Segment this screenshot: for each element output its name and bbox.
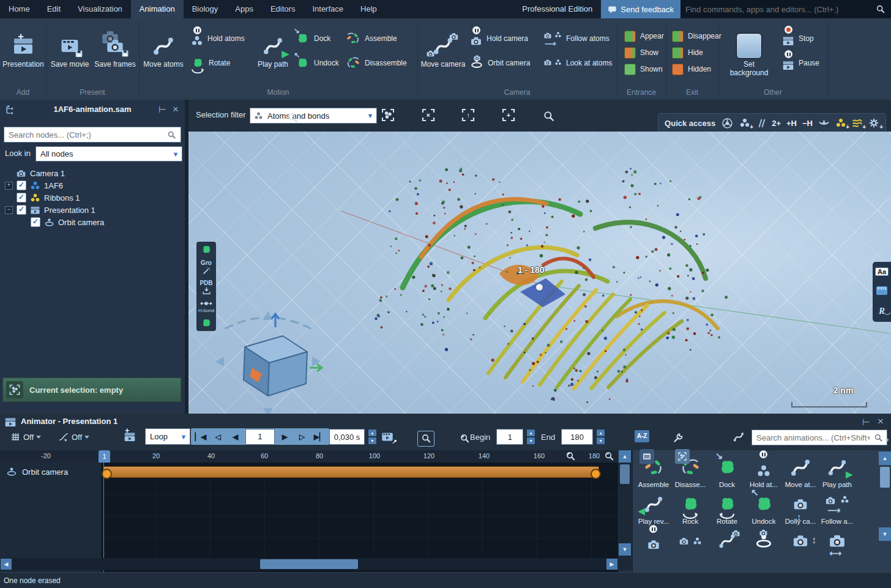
interpolation-control[interactable]: Off <box>58 428 89 445</box>
menu-apps[interactable]: Apps <box>226 0 262 18</box>
checkbox-checked[interactable]: ✓ <box>17 193 26 203</box>
menu-interface[interactable]: Interface <box>304 0 352 18</box>
next-keyframe-button[interactable]: ▷ <box>295 433 310 441</box>
menu-editors[interactable]: Editors <box>262 0 304 18</box>
preset-hold-atoms[interactable]: Hold at... <box>745 454 782 488</box>
sort-az-button[interactable]: A-Z <box>635 430 649 442</box>
stop-button[interactable]: Stop <box>782 29 814 48</box>
reset-rotation-button[interactable]: R <box>879 306 885 316</box>
presets-zoom-out-button[interactable]: − <box>601 448 618 464</box>
scroll-thumb[interactable] <box>620 464 630 484</box>
timeline-ruler[interactable]: -20 20 40 60 80 100 120 140 160 180 <box>0 450 618 463</box>
preset-play-reverse[interactable]: ◀ Play rev... <box>635 491 672 525</box>
scroll-thumb[interactable] <box>260 559 358 569</box>
end-input[interactable] <box>562 432 592 442</box>
animation-search-input[interactable] <box>752 433 874 442</box>
keyframe-end[interactable] <box>591 469 601 479</box>
frame-time-input[interactable] <box>330 432 364 442</box>
node-search[interactable] <box>4 127 181 143</box>
dock-button[interactable]: ↘ Dock <box>295 29 330 48</box>
collapse-icon[interactable]: − <box>5 206 13 214</box>
previous-frame-button[interactable]: ◀ <box>228 433 243 441</box>
end-spinner[interactable]: ▲▼ <box>597 430 605 444</box>
scroll-down-icon[interactable]: ▼ <box>879 527 891 541</box>
preset-pedestal-camera[interactable]: ↕ <box>782 527 819 554</box>
move-camera-button[interactable]: Move camera <box>420 32 466 69</box>
skip-to-end-button[interactable]: ▶▏ <box>312 433 327 441</box>
checkbox-checked[interactable]: ✓ <box>31 217 40 227</box>
move-atoms-button[interactable]: Move atoms <box>140 32 187 69</box>
assemble-button[interactable]: Assemble <box>346 29 397 48</box>
play-button[interactable]: ▶ <box>277 433 292 441</box>
follow-atoms-button[interactable]: ⟶ Follow atoms <box>543 29 610 48</box>
tree-item-camera1[interactable]: Camera 1 <box>16 167 65 179</box>
periodic-table-icon[interactable] <box>721 117 734 130</box>
frame-time-spinner[interactable]: ▲▼ <box>368 430 376 444</box>
play-path-button[interactable]: ▶ Play path <box>250 32 296 69</box>
send-feedback-button[interactable]: Send feedback <box>601 0 680 18</box>
tree-item-ribbons1[interactable]: ✓ Ribbons 1 <box>17 192 80 204</box>
selection-filter-dropdown[interactable]: Atoms and bonds ▼ <box>250 108 377 124</box>
disappear-button[interactable]: Disappear <box>672 27 721 45</box>
show-button[interactable]: Show <box>624 43 658 62</box>
look-in-dropdown[interactable]: All nodes ▼ <box>35 146 182 162</box>
timeline-zoom-tool-button[interactable] <box>417 431 434 447</box>
node-search-input[interactable] <box>4 130 167 140</box>
skip-to-start-button[interactable]: ▏◀ <box>193 433 208 441</box>
timeline-vscrollbar[interactable]: ▲ ▼ <box>619 450 631 570</box>
minimize-icon[interactable] <box>818 117 830 129</box>
preset-dock[interactable]: ↘ Dock <box>709 454 745 488</box>
add-ribbon-icon[interactable]: + <box>852 117 863 128</box>
molecule-1af6[interactable] <box>360 156 751 413</box>
preset-rotate[interactable]: Rotate <box>709 491 745 525</box>
current-frame-input[interactable] <box>246 431 274 442</box>
preset-truck-camera[interactable]: ⟷ <box>819 527 856 554</box>
scroll-down-icon[interactable]: ▼ <box>619 543 631 556</box>
expand-icon[interactable]: + <box>5 182 13 190</box>
undock-button[interactable]: ↖ Undock <box>295 54 339 72</box>
preset-follow-atoms[interactable]: ⟶ Follow a... <box>819 491 856 525</box>
preset-dolly-camera[interactable]: ↕ Dolly ca... <box>782 491 819 525</box>
checkbox-checked[interactable]: ✓ <box>17 180 26 190</box>
labels-button[interactable]: Aa <box>875 267 889 276</box>
tree-item-orbit-camera[interactable]: ✓ Orbit camera <box>31 216 104 228</box>
add-hydrogens-icon[interactable]: +H <box>786 119 797 128</box>
tree-item-presentation1[interactable]: − ✓ Presentation 1 <box>5 204 95 216</box>
gromacs-button[interactable]: Gro <box>201 259 212 275</box>
close-icon[interactable]: × <box>173 105 179 114</box>
scroll-up-icon[interactable]: ▲ <box>879 452 891 465</box>
preset-undock[interactable]: ↖ Undock <box>745 491 782 525</box>
begin-spinner[interactable]: ▲▼ <box>527 430 535 444</box>
appear-button[interactable]: Appear <box>624 27 664 45</box>
tree-item-1af6[interactable]: + ✓ 1AF6 <box>5 179 63 192</box>
checkbox-checked[interactable]: ✓ <box>17 205 26 215</box>
sample-2-icon[interactable] <box>200 318 212 329</box>
pin-icon[interactable]: ⊢ <box>862 417 870 426</box>
hidden-button[interactable]: Hidden <box>672 60 711 78</box>
scroll-right-icon[interactable]: ▶ <box>606 559 617 570</box>
charge-icon[interactable]: 2+ <box>772 119 781 128</box>
set-background-button[interactable]: Set background <box>723 32 775 77</box>
preset-play-path[interactable]: ▶ Play path <box>819 454 856 488</box>
previous-keyframe-button[interactable]: ◁ <box>211 433 225 441</box>
preset-hold-camera[interactable] <box>635 527 672 554</box>
preset-rock[interactable]: Rock <box>672 491 709 525</box>
command-search[interactable] <box>680 0 891 18</box>
orbit-camera-button[interactable]: Orbit camera <box>470 54 530 72</box>
hbond-button[interactable]: H-bond <box>198 300 214 313</box>
scroll-left-icon[interactable]: ◀ <box>1 559 12 570</box>
deselect-button[interactable]: × <box>420 107 437 123</box>
save-frames-button[interactable]: Save frames <box>92 32 138 69</box>
timeline-hscrollbar[interactable]: ◀ ▶ <box>0 558 618 570</box>
save-movie-button[interactable]: Save movie <box>47 32 93 69</box>
scroll-up-icon[interactable]: ▲ <box>619 450 631 463</box>
presentation-button[interactable]: + Presentation <box>0 32 47 69</box>
select-atoms-button[interactable] <box>379 107 397 123</box>
pin-icon[interactable]: ⊢ <box>158 105 166 114</box>
preset-look-at-atoms[interactable] <box>672 527 709 554</box>
disassemble-button[interactable]: Disassemble <box>346 54 407 72</box>
rotate-button[interactable]: Rotate <box>191 54 230 72</box>
hold-atoms-button[interactable]: Hold atoms <box>191 29 245 48</box>
menu-biology[interactable]: Biology <box>184 0 227 18</box>
current-frame-field[interactable] <box>245 429 275 445</box>
